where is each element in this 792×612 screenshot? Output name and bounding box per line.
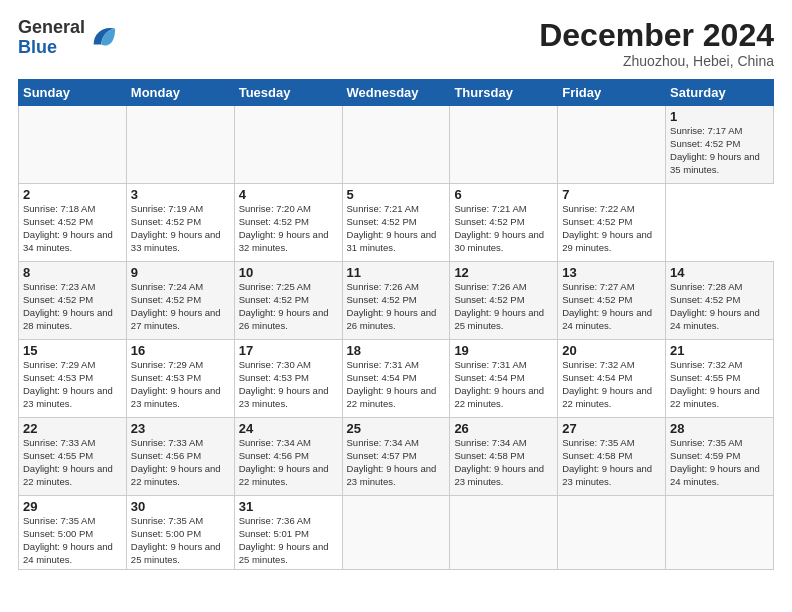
col-friday: Friday [558, 80, 666, 106]
table-row: 24Sunrise: 7:34 AMSunset: 4:56 PMDayligh… [234, 418, 342, 496]
table-row: 4Sunrise: 7:20 AMSunset: 4:52 PMDaylight… [234, 184, 342, 262]
day-number: 13 [562, 265, 661, 280]
logo-text: General Blue [18, 18, 85, 58]
day-number: 26 [454, 421, 553, 436]
day-info: Sunrise: 7:35 AMSunset: 4:59 PMDaylight:… [670, 437, 760, 486]
day-number: 17 [239, 343, 338, 358]
day-info: Sunrise: 7:18 AMSunset: 4:52 PMDaylight:… [23, 203, 113, 252]
table-row: 30Sunrise: 7:35 AMSunset: 5:00 PMDayligh… [126, 496, 234, 570]
table-row [558, 496, 666, 570]
table-row: 10Sunrise: 7:25 AMSunset: 4:52 PMDayligh… [234, 262, 342, 340]
day-info: Sunrise: 7:30 AMSunset: 4:53 PMDaylight:… [239, 359, 329, 408]
day-info: Sunrise: 7:35 AMSunset: 5:00 PMDaylight:… [23, 515, 113, 564]
day-info: Sunrise: 7:34 AMSunset: 4:56 PMDaylight:… [239, 437, 329, 486]
page-header: General Blue December 2024 Zhuozhou, Heb… [18, 18, 774, 69]
table-row: 2Sunrise: 7:18 AMSunset: 4:52 PMDaylight… [19, 184, 127, 262]
table-row: 22Sunrise: 7:33 AMSunset: 4:55 PMDayligh… [19, 418, 127, 496]
title-block: December 2024 Zhuozhou, Hebei, China [539, 18, 774, 69]
day-number: 15 [23, 343, 122, 358]
day-info: Sunrise: 7:32 AMSunset: 4:55 PMDaylight:… [670, 359, 760, 408]
table-row: 28Sunrise: 7:35 AMSunset: 4:59 PMDayligh… [666, 418, 774, 496]
day-info: Sunrise: 7:21 AMSunset: 4:52 PMDaylight:… [347, 203, 437, 252]
day-number: 1 [670, 109, 769, 124]
day-info: Sunrise: 7:20 AMSunset: 4:52 PMDaylight:… [239, 203, 329, 252]
day-info: Sunrise: 7:35 AMSunset: 4:58 PMDaylight:… [562, 437, 652, 486]
day-number: 16 [131, 343, 230, 358]
page-container: General Blue December 2024 Zhuozhou, Heb… [0, 0, 792, 580]
day-info: Sunrise: 7:24 AMSunset: 4:52 PMDaylight:… [131, 281, 221, 330]
table-row: 5Sunrise: 7:21 AMSunset: 4:52 PMDaylight… [342, 184, 450, 262]
day-info: Sunrise: 7:35 AMSunset: 5:00 PMDaylight:… [131, 515, 221, 564]
table-row: 25Sunrise: 7:34 AMSunset: 4:57 PMDayligh… [342, 418, 450, 496]
day-number: 24 [239, 421, 338, 436]
day-info: Sunrise: 7:19 AMSunset: 4:52 PMDaylight:… [131, 203, 221, 252]
day-info: Sunrise: 7:27 AMSunset: 4:52 PMDaylight:… [562, 281, 652, 330]
table-row: 11Sunrise: 7:26 AMSunset: 4:52 PMDayligh… [342, 262, 450, 340]
table-row: 14Sunrise: 7:28 AMSunset: 4:52 PMDayligh… [666, 262, 774, 340]
table-row: 16Sunrise: 7:29 AMSunset: 4:53 PMDayligh… [126, 340, 234, 418]
day-number: 27 [562, 421, 661, 436]
day-number: 12 [454, 265, 553, 280]
day-number: 9 [131, 265, 230, 280]
empty-cell [342, 106, 450, 184]
day-number: 7 [562, 187, 661, 202]
calendar-table: Sunday Monday Tuesday Wednesday Thursday… [18, 79, 774, 570]
day-number: 14 [670, 265, 769, 280]
day-number: 30 [131, 499, 230, 514]
table-row: 26Sunrise: 7:34 AMSunset: 4:58 PMDayligh… [450, 418, 558, 496]
empty-cell [126, 106, 234, 184]
empty-cell [234, 106, 342, 184]
table-row: 21Sunrise: 7:32 AMSunset: 4:55 PMDayligh… [666, 340, 774, 418]
day-info: Sunrise: 7:26 AMSunset: 4:52 PMDaylight:… [454, 281, 544, 330]
day-info: Sunrise: 7:34 AMSunset: 4:57 PMDaylight:… [347, 437, 437, 486]
day-number: 3 [131, 187, 230, 202]
day-info: Sunrise: 7:28 AMSunset: 4:52 PMDaylight:… [670, 281, 760, 330]
table-row [450, 496, 558, 570]
day-number: 8 [23, 265, 122, 280]
logo-icon [89, 24, 117, 52]
table-row: 17Sunrise: 7:30 AMSunset: 4:53 PMDayligh… [234, 340, 342, 418]
empty-cell [19, 106, 127, 184]
month-title: December 2024 [539, 18, 774, 53]
table-row: 12Sunrise: 7:26 AMSunset: 4:52 PMDayligh… [450, 262, 558, 340]
day-info: Sunrise: 7:31 AMSunset: 4:54 PMDaylight:… [454, 359, 544, 408]
day-number: 18 [347, 343, 446, 358]
day-number: 6 [454, 187, 553, 202]
col-monday: Monday [126, 80, 234, 106]
table-row: 1Sunrise: 7:17 AMSunset: 4:52 PMDaylight… [666, 106, 774, 184]
day-info: Sunrise: 7:23 AMSunset: 4:52 PMDaylight:… [23, 281, 113, 330]
logo: General Blue [18, 18, 117, 58]
day-info: Sunrise: 7:31 AMSunset: 4:54 PMDaylight:… [347, 359, 437, 408]
col-saturday: Saturday [666, 80, 774, 106]
col-tuesday: Tuesday [234, 80, 342, 106]
day-info: Sunrise: 7:26 AMSunset: 4:52 PMDaylight:… [347, 281, 437, 330]
day-info: Sunrise: 7:33 AMSunset: 4:56 PMDaylight:… [131, 437, 221, 486]
day-number: 31 [239, 499, 338, 514]
day-info: Sunrise: 7:25 AMSunset: 4:52 PMDaylight:… [239, 281, 329, 330]
table-row: 15Sunrise: 7:29 AMSunset: 4:53 PMDayligh… [19, 340, 127, 418]
table-row: 3Sunrise: 7:19 AMSunset: 4:52 PMDaylight… [126, 184, 234, 262]
table-row: 6Sunrise: 7:21 AMSunset: 4:52 PMDaylight… [450, 184, 558, 262]
day-number: 29 [23, 499, 122, 514]
day-info: Sunrise: 7:32 AMSunset: 4:54 PMDaylight:… [562, 359, 652, 408]
day-number: 22 [23, 421, 122, 436]
day-number: 21 [670, 343, 769, 358]
day-info: Sunrise: 7:34 AMSunset: 4:58 PMDaylight:… [454, 437, 544, 486]
table-row: 13Sunrise: 7:27 AMSunset: 4:52 PMDayligh… [558, 262, 666, 340]
day-info: Sunrise: 7:33 AMSunset: 4:55 PMDaylight:… [23, 437, 113, 486]
table-row: 19Sunrise: 7:31 AMSunset: 4:54 PMDayligh… [450, 340, 558, 418]
table-row [666, 496, 774, 570]
day-number: 4 [239, 187, 338, 202]
day-info: Sunrise: 7:22 AMSunset: 4:52 PMDaylight:… [562, 203, 652, 252]
logo-blue: Blue [18, 38, 85, 58]
table-row [342, 496, 450, 570]
day-number: 11 [347, 265, 446, 280]
day-number: 2 [23, 187, 122, 202]
day-number: 5 [347, 187, 446, 202]
day-number: 23 [131, 421, 230, 436]
col-thursday: Thursday [450, 80, 558, 106]
table-row: 20Sunrise: 7:32 AMSunset: 4:54 PMDayligh… [558, 340, 666, 418]
day-info: Sunrise: 7:29 AMSunset: 4:53 PMDaylight:… [131, 359, 221, 408]
day-info: Sunrise: 7:29 AMSunset: 4:53 PMDaylight:… [23, 359, 113, 408]
table-row: 7Sunrise: 7:22 AMSunset: 4:52 PMDaylight… [558, 184, 666, 262]
